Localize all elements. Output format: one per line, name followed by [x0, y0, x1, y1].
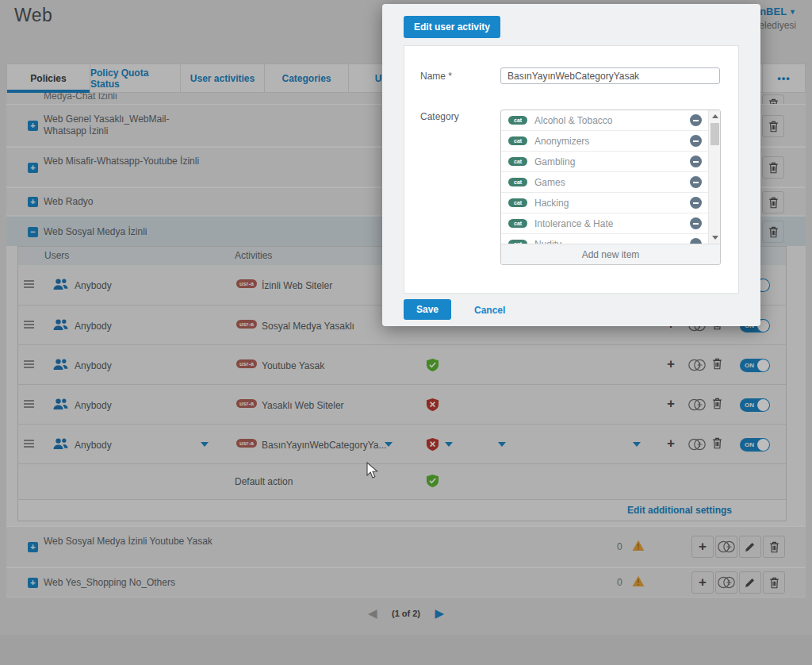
- category-name: Alcohol & Tobacco: [534, 115, 613, 126]
- category-name: Hacking: [534, 198, 569, 209]
- scrollbar-thumb[interactable]: [710, 123, 719, 145]
- remove-category-button[interactable]: [690, 238, 702, 244]
- remove-category-button[interactable]: [690, 217, 702, 229]
- category-item: cat Games: [501, 172, 720, 193]
- scroll-down-icon[interactable]: [712, 236, 718, 240]
- dialog-form: Name * Category cat Alcohol & Tobacco ca…: [404, 45, 739, 294]
- name-input[interactable]: [500, 67, 720, 84]
- category-list: cat Alcohol & Tobacco cat Anonymizers ca…: [500, 110, 721, 265]
- remove-category-button[interactable]: [690, 114, 702, 126]
- cat-badge: cat: [508, 157, 527, 166]
- category-item: cat Nudity: [501, 234, 720, 244]
- cat-badge: cat: [508, 136, 527, 145]
- edit-user-activity-dialog: Edit user activity Name * Category cat A…: [382, 4, 760, 326]
- remove-category-button[interactable]: [690, 176, 702, 188]
- save-button[interactable]: Save: [404, 299, 451, 320]
- dialog-title: Edit user activity: [404, 16, 500, 38]
- category-item: cat Gambling: [501, 152, 720, 172]
- category-list-viewport: cat Alcohol & Tobacco cat Anonymizers ca…: [501, 110, 720, 244]
- name-label: Name *: [420, 71, 452, 82]
- category-item: cat Alcohol & Tobacco: [501, 110, 720, 131]
- remove-category-button[interactable]: [690, 156, 702, 167]
- category-name: Intolerance & Hate: [534, 218, 613, 229]
- scroll-up-icon[interactable]: [712, 114, 718, 118]
- cat-badge: cat: [508, 178, 527, 186]
- category-name: Gambling: [534, 156, 575, 167]
- category-item: cat Hacking: [501, 193, 720, 213]
- remove-category-button[interactable]: [690, 197, 702, 209]
- cat-badge: cat: [508, 219, 527, 228]
- mouse-cursor: [366, 462, 379, 479]
- remove-category-button[interactable]: [690, 135, 702, 147]
- category-name: Games: [534, 177, 565, 188]
- category-name: Anonymizers: [534, 136, 589, 147]
- category-item: cat Anonymizers: [501, 131, 720, 152]
- cat-badge: cat: [508, 198, 527, 207]
- category-item: cat Intolerance & Hate: [501, 213, 720, 234]
- add-new-item-button[interactable]: Add new item: [501, 244, 720, 265]
- category-label: Category: [420, 111, 459, 122]
- scrollbar[interactable]: [708, 110, 720, 244]
- cat-badge: cat: [508, 116, 527, 125]
- cancel-link[interactable]: Cancel: [474, 305, 505, 316]
